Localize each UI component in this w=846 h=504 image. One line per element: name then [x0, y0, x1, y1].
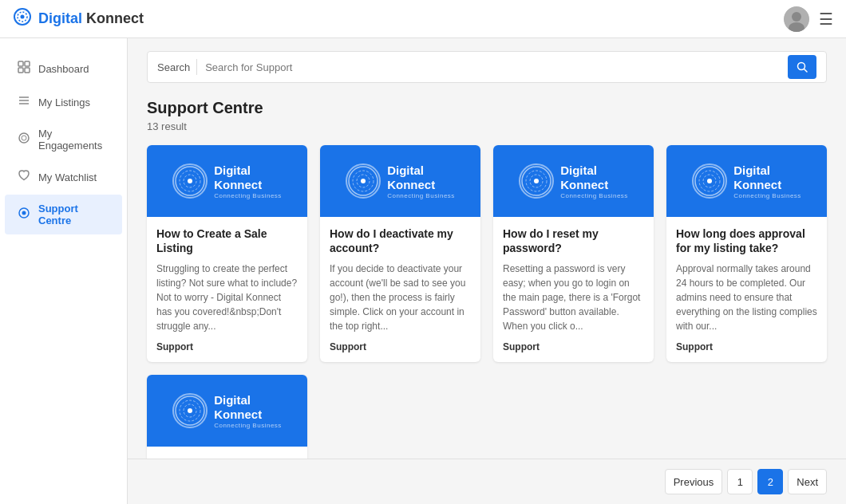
svg-rect-7: [25, 61, 30, 66]
sidebar-item-my-listings[interactable]: My Listings: [5, 86, 122, 118]
svg-point-26: [361, 179, 366, 183]
card-2-logo: Digital Konnect Connecting Business: [346, 163, 455, 199]
search-divider: [196, 59, 197, 75]
card-2-title: How do I deactivate my account?: [330, 226, 471, 255]
search-label: Search: [157, 61, 190, 73]
topnav-logo-area: Digital Konnect: [13, 7, 144, 30]
result-count: 13 result: [147, 120, 827, 132]
svg-point-38: [188, 408, 192, 413]
topnav-title: Digital Konnect: [38, 10, 144, 27]
svg-rect-9: [25, 68, 30, 73]
card-4-logo-circle: [692, 163, 727, 199]
svg-point-22: [188, 179, 192, 183]
card-2-image: Digital Konnect Connecting Business: [320, 145, 480, 217]
card-1-title: How to Create a Sale Listing: [156, 226, 298, 255]
sidebar: Dashboard My Listings My Engagements: [0, 38, 128, 504]
svg-point-16: [22, 211, 26, 215]
svg-point-4: [792, 12, 801, 22]
sidebar-label-my-watchlist: My Watchlist: [38, 171, 97, 183]
card-2-tag: Support: [330, 341, 471, 352]
sidebar-label-support-centre: Support Centre: [38, 203, 109, 226]
svg-point-14: [22, 136, 26, 140]
card-3-title: How do I reset my password?: [503, 226, 644, 255]
card-4[interactable]: Digital Konnect Connecting Business How …: [666, 145, 827, 362]
svg-rect-6: [18, 61, 23, 66]
page-1-button[interactable]: 1: [727, 469, 753, 494]
card-3-logo: Digital Konnect Connecting Business: [519, 163, 628, 199]
sidebar-label-my-listings: My Listings: [38, 96, 90, 108]
support-icon: [18, 207, 30, 222]
card-5-logo: Digital Konnect Connecting Business: [172, 393, 282, 429]
card-1[interactable]: Digital Konnect Connecting Business How …: [147, 145, 307, 362]
card-3-logo-circle: [519, 163, 554, 199]
card-3-image: Digital Konnect Connecting Business: [493, 145, 654, 217]
search-button[interactable]: [788, 55, 816, 79]
sidebar-item-my-watchlist[interactable]: My Watchlist: [5, 161, 122, 193]
topnav: Digital Konnect ☰: [0, 0, 846, 38]
page-2-button[interactable]: 2: [757, 469, 783, 494]
card-4-image: Digital Konnect Connecting Business: [666, 145, 827, 217]
sidebar-item-support-centre[interactable]: Support Centre: [5, 195, 122, 234]
sidebar-item-dashboard[interactable]: Dashboard: [5, 53, 122, 85]
card-4-logo: Digital Konnect Connecting Business: [692, 163, 801, 199]
card-5-image: Digital Konnect Connecting Business: [147, 375, 307, 447]
previous-button[interactable]: Previous: [665, 469, 723, 494]
card-2[interactable]: Digital Konnect Connecting Business How …: [320, 145, 480, 362]
page-title: Support Centre: [147, 99, 827, 117]
user-avatar[interactable]: [784, 6, 809, 32]
sidebar-label-my-engagements: My Engagements: [38, 128, 109, 152]
svg-rect-8: [18, 68, 23, 73]
search-bar: Search: [147, 51, 827, 83]
svg-point-30: [534, 179, 539, 183]
card-3[interactable]: Digital Konnect Connecting Business How …: [493, 145, 654, 362]
card-1-logo-circle: [172, 163, 208, 199]
card-1-image: Digital Konnect Connecting Business: [147, 145, 307, 217]
pagination-bar: Previous 1 2 Next: [128, 459, 846, 504]
watchlist-icon: [18, 169, 30, 185]
card-3-body: How do I reset my password? Resetting a …: [493, 217, 654, 362]
sidebar-label-dashboard: Dashboard: [38, 63, 89, 75]
card-1-logo: Digital Konnect Connecting Business: [172, 163, 282, 199]
card-2-body: How do I deactivate my account? If you d…: [320, 217, 480, 362]
svg-point-13: [19, 133, 29, 143]
svg-point-34: [707, 179, 712, 183]
card-5-logo-circle: [172, 393, 208, 428]
cards-grid-row1: Digital Konnect Connecting Business How …: [147, 145, 827, 362]
card-3-desc: Resetting a password is very easy; when …: [503, 262, 644, 333]
svg-point-2: [21, 15, 25, 19]
card-4-tag: Support: [676, 341, 817, 352]
card-1-tag: Support: [156, 341, 298, 352]
menu-icon[interactable]: ☰: [819, 10, 833, 29]
card-4-title: How long does approval for my listing ta…: [676, 226, 817, 255]
svg-line-18: [804, 69, 808, 73]
card-3-tag: Support: [503, 341, 644, 352]
next-button[interactable]: Next: [788, 469, 827, 494]
card-1-desc: Struggling to create the perfect listing…: [156, 262, 298, 333]
card-1-body: How to Create a Sale Listing Struggling …: [147, 217, 307, 362]
card-1-brand-text: Digital Konnect Connecting Business: [214, 163, 282, 199]
topnav-right: ☰: [784, 6, 833, 32]
card-2-logo-circle: [346, 163, 381, 199]
engagements-icon: [18, 132, 30, 148]
sidebar-item-my-engagements[interactable]: My Engagements: [5, 120, 122, 159]
card-2-desc: If you decide to deactivate your account…: [330, 262, 471, 333]
listings-icon: [18, 94, 30, 110]
card-4-brand-text: Digital Konnect Connecting Business: [733, 163, 801, 199]
card-5-brand-text: Digital Konnect Connecting Business: [214, 393, 282, 429]
search-input[interactable]: [205, 61, 781, 73]
card-3-brand-text: Digital Konnect Connecting Business: [560, 163, 628, 199]
card-4-desc: Approval normally takes around 24 hours …: [676, 262, 817, 333]
dashboard-icon: [18, 61, 30, 77]
logo-icon: [13, 7, 32, 30]
card-2-brand-text: Digital Konnect Connecting Business: [387, 163, 455, 199]
main-content: Search Support Centre 13 result: [128, 38, 846, 504]
card-4-body: How long does approval for my listing ta…: [666, 217, 827, 362]
